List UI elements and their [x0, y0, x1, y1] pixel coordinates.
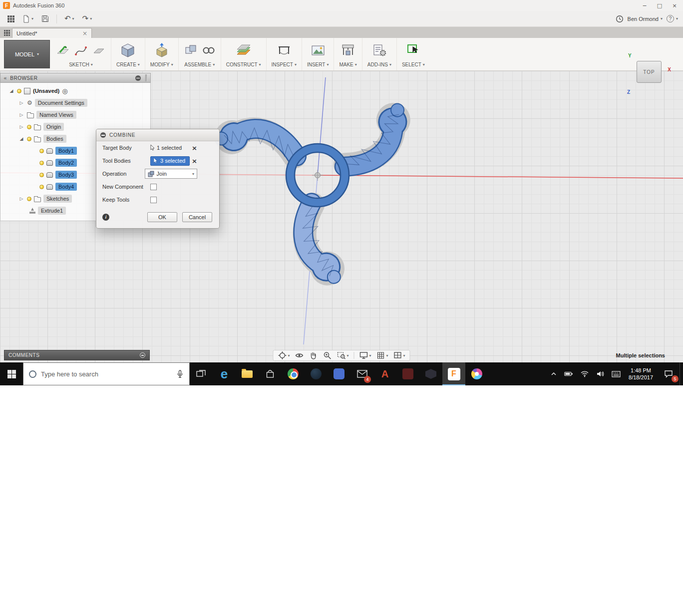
viewport-canvas[interactable]: « BROWSER ◢ (Unsaved) ◎ ▷ ⚙ Document Set…: [0, 71, 683, 362]
viewports-button[interactable]: ▾: [392, 350, 407, 360]
tree-item-label[interactable]: Document Settings: [35, 99, 87, 107]
data-panel-toggle[interactable]: [2, 28, 12, 38]
hidden-icons-chevron[interactable]: [547, 362, 561, 385]
microphone-icon[interactable]: [176, 370, 184, 378]
activate-radio-icon[interactable]: ◎: [62, 88, 67, 94]
twisty-expanded-icon[interactable]: ◢: [18, 136, 24, 141]
show-desktop-button[interactable]: [680, 362, 683, 385]
paint-app-icon[interactable]: [465, 362, 488, 385]
volume-tray-icon[interactable]: [593, 362, 608, 385]
sketch-plane-icon[interactable]: [92, 43, 106, 57]
fit-button[interactable]: ▾: [335, 350, 350, 360]
task-view-button[interactable]: [190, 362, 213, 385]
tree-row-named-views[interactable]: ▷ Named Views: [0, 109, 150, 121]
tab-close-icon[interactable]: ×: [82, 30, 87, 37]
new-component-icon[interactable]: [184, 43, 198, 57]
visibility-bulb-icon[interactable]: [39, 185, 44, 189]
tree-item-label[interactable]: Sketches: [43, 195, 72, 203]
keep-tools-checkbox[interactable]: [150, 197, 157, 203]
create-box-icon[interactable]: [120, 42, 136, 58]
visibility-bulb-icon[interactable]: [17, 89, 21, 93]
user-account-button[interactable]: Ben Ormond▾: [628, 16, 663, 22]
minimize-button[interactable]: ─: [637, 0, 652, 10]
ribbon-group-label[interactable]: CONSTRUCT▾: [226, 62, 261, 67]
minimize-panel-icon[interactable]: [135, 75, 141, 81]
wifi-tray-icon[interactable]: [577, 362, 593, 385]
ribbon-group-label[interactable]: SKETCH▾: [69, 62, 93, 67]
view-cube[interactable]: Y X Z TOP: [627, 53, 671, 97]
create-sketch-icon[interactable]: [56, 43, 70, 57]
edge-browser-icon[interactable]: e: [213, 362, 236, 385]
tree-item-label[interactable]: Extrude1: [38, 207, 66, 215]
look-at-button[interactable]: [293, 350, 305, 360]
start-button[interactable]: [0, 362, 23, 385]
press-pull-icon[interactable]: [154, 42, 170, 58]
ribbon-group-label[interactable]: ADD-INS▾: [367, 62, 391, 67]
info-icon[interactable]: i: [102, 214, 109, 221]
file-menu-button[interactable]: ▾: [20, 13, 36, 24]
comments-bar[interactable]: COMMENTS: [4, 350, 150, 360]
clear-selection-icon[interactable]: ×: [192, 144, 197, 152]
mail-app-icon[interactable]: 4: [350, 362, 373, 385]
scripts-addins-icon[interactable]: [372, 43, 387, 58]
twisty-collapsed-icon[interactable]: ▷: [18, 112, 24, 117]
ribbon-group-label[interactable]: SELECT▾: [402, 62, 425, 67]
visibility-bulb-icon[interactable]: [27, 197, 31, 201]
workspace-selector[interactable]: MODEL ▾: [4, 40, 50, 68]
tree-row-document-settings[interactable]: ▷ ⚙ Document Settings: [0, 97, 150, 109]
clear-selection-icon[interactable]: ×: [192, 157, 197, 165]
expand-comments-icon[interactable]: [140, 352, 145, 358]
twisty-expanded-icon[interactable]: ◢: [8, 88, 14, 93]
new-component-checkbox[interactable]: [150, 184, 157, 190]
battery-tray-icon[interactable]: [561, 362, 577, 385]
ok-button[interactable]: OK: [147, 212, 177, 222]
touch-keyboard-tray-icon[interactable]: [608, 362, 624, 385]
close-button[interactable]: ×: [667, 0, 682, 10]
operation-dropdown[interactable]: Join ▾: [145, 169, 197, 179]
ribbon-group-label[interactable]: ASSEMBLE▾: [184, 62, 215, 67]
file-explorer-icon[interactable]: [236, 362, 259, 385]
tree-item-label[interactable]: Body1: [55, 147, 77, 155]
visibility-bulb-icon[interactable]: [39, 149, 44, 153]
maximize-button[interactable]: □: [652, 0, 667, 10]
twisty-collapsed-icon[interactable]: ▷: [18, 100, 24, 105]
construct-plane-icon[interactable]: [236, 42, 252, 58]
visibility-bulb-icon[interactable]: [27, 137, 31, 141]
visibility-bulb-icon[interactable]: [39, 161, 44, 165]
ribbon-group-label[interactable]: MAKE▾: [339, 62, 356, 67]
measure-icon[interactable]: [277, 43, 292, 58]
tree-item-label[interactable]: Named Views: [36, 111, 76, 119]
spinner-body-model[interactable]: [208, 97, 421, 287]
taskbar-app-hexagon-icon[interactable]: [419, 362, 442, 385]
joint-icon[interactable]: [202, 43, 216, 57]
ribbon-group-label[interactable]: CREATE▾: [116, 62, 140, 67]
ribbon-group-label[interactable]: INSPECT▾: [272, 62, 297, 67]
collapse-panel-icon[interactable]: «: [3, 75, 7, 81]
taskbar-app-dark-circle-icon[interactable]: [305, 362, 328, 385]
visibility-bulb-icon[interactable]: [27, 125, 31, 129]
taskbar-app-blue-icon[interactable]: [328, 362, 350, 385]
tree-item-label[interactable]: Body2: [55, 159, 77, 167]
twisty-collapsed-icon[interactable]: ▷: [18, 124, 24, 129]
save-button[interactable]: [39, 13, 51, 24]
combine-dialog-header[interactable]: COMBINE: [96, 129, 219, 141]
document-tab[interactable]: Untitled* ×: [12, 28, 92, 38]
grid-snaps-button[interactable]: ▾: [375, 350, 390, 360]
target-body-selection[interactable]: 1 selected: [150, 145, 182, 151]
chrome-icon[interactable]: [282, 362, 305, 385]
undo-button[interactable]: ↶▾: [62, 13, 77, 24]
view-cube-top-face[interactable]: TOP: [637, 61, 662, 83]
twisty-collapsed-icon[interactable]: ▷: [18, 196, 24, 201]
windows-store-icon[interactable]: [259, 362, 282, 385]
root-document-label[interactable]: (Unsaved): [33, 88, 59, 94]
collapse-dialog-icon[interactable]: [100, 132, 106, 138]
select-icon[interactable]: [406, 43, 421, 58]
tree-item-label[interactable]: Body4: [55, 183, 77, 191]
print-3d-icon[interactable]: [341, 43, 355, 58]
tree-row-root[interactable]: ◢ (Unsaved) ◎: [0, 85, 150, 97]
ribbon-group-label[interactable]: INSERT▾: [307, 62, 329, 67]
sketch-spline-icon[interactable]: [74, 43, 88, 57]
browser-header[interactable]: « BROWSER: [0, 73, 151, 83]
redo-button[interactable]: ↷▾: [80, 13, 95, 24]
display-settings-button[interactable]: ▾: [357, 350, 372, 360]
